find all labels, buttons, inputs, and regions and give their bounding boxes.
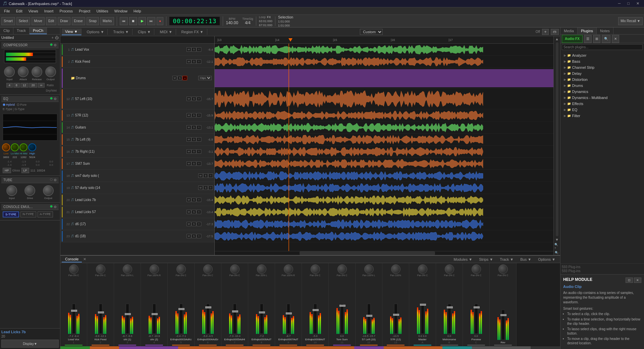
options-mix-tab[interactable]: Options ▼ <box>535 257 559 262</box>
tab-clip[interactable]: Clip <box>0 28 13 34</box>
pan-knob[interactable] <box>203 264 213 274</box>
pan-knob[interactable] <box>257 264 266 274</box>
mixer-strip[interactable]: Pan 100% L -13.5 -15.7 57 Left (10) 12 <box>356 263 382 346</box>
preset-power-btn[interactable]: ⏻ <box>55 36 59 40</box>
ratio-8[interactable]: 8 <box>13 83 20 88</box>
minimize-btn[interactable]: ─ <box>616 1 623 6</box>
fader-track[interactable] <box>153 304 156 334</box>
transport-stop[interactable]: ⏹ <box>129 17 137 25</box>
track-header[interactable]: 22 🎵 d6 (17) M S R -17.3 <box>60 218 214 230</box>
waveform-track[interactable] <box>215 218 553 230</box>
track-header[interactable]: 18 🎵 sm7 durty solo ( M S R <box>60 170 214 182</box>
solo-btn[interactable]: S <box>192 113 196 117</box>
tool-select[interactable]: Select <box>16 17 31 25</box>
scroll-down-btn[interactable]: ▼ <box>554 237 559 242</box>
waveform-track[interactable] <box>215 170 553 182</box>
transport-ff[interactable]: ⏭ <box>147 17 155 25</box>
fader-handle[interactable] <box>98 311 104 313</box>
fader-track[interactable] <box>287 304 290 334</box>
fader-track[interactable] <box>72 304 75 334</box>
track-header[interactable]: 📁 Drums M S ● Clips <box>60 68 214 89</box>
mix-recall-btn[interactable]: Mix Recall ▼ <box>618 17 643 25</box>
menu-window[interactable]: Window <box>112 8 130 14</box>
tab-track[interactable]: Track <box>13 28 30 34</box>
pan-knob[interactable] <box>445 264 454 274</box>
tube-options[interactable]: ⚙ <box>54 178 57 182</box>
options-tab[interactable]: Options ▼ <box>84 29 108 35</box>
record-btn[interactable]: R <box>197 97 201 101</box>
bus-tab[interactable]: Bus ▼ <box>517 257 535 262</box>
eq-lomid-knob[interactable] <box>11 143 19 151</box>
mute-btn[interactable]: M <box>172 76 177 80</box>
eq-lp-btn[interactable]: LP <box>21 168 29 173</box>
plugin-category-item[interactable]: ▶ 📁 Drums <box>562 83 643 89</box>
transport-record[interactable]: ● <box>157 17 163 25</box>
console-tab-label[interactable]: Console <box>62 256 82 262</box>
console-close-btn[interactable]: ✕ <box>83 257 86 261</box>
solo-btn[interactable]: S <box>192 59 196 64</box>
console-content[interactable]: Pan 0% C -7.2 -8.4 Lead Vox 1 Pan 0% C <box>60 263 560 346</box>
track-header[interactable]: 15 🎵 7b Left (9) M S R -6.8 <box>60 134 214 146</box>
record-btn[interactable]: R <box>197 161 201 166</box>
scrollbar-thumb[interactable] <box>300 251 435 255</box>
menu-utilities[interactable]: Utilities <box>94 8 111 14</box>
plugin-category-item[interactable]: ▶ 📁 EQ <box>562 107 643 113</box>
record-btn[interactable]: R <box>197 137 201 142</box>
ntype-btn[interactable]: N-TYPE <box>20 211 36 217</box>
record-btn[interactable]: R <box>208 173 213 178</box>
pan-knob[interactable] <box>96 264 105 274</box>
fader-handle[interactable] <box>500 314 506 316</box>
tab-proch[interactable]: ProCh <box>30 28 47 34</box>
plugin-category-item[interactable]: ▶ 📁 Distortion <box>562 77 643 83</box>
waveform-track[interactable] <box>215 44 553 56</box>
menu-file[interactable]: File <box>1 8 13 14</box>
pan-knob[interactable] <box>498 264 508 274</box>
plugin-category-item[interactable]: ▶ 📁 Bass <box>562 58 643 64</box>
display-btn[interactable]: Display ▼ <box>1 340 59 348</box>
midi-tab[interactable]: MIDI ▼ <box>156 29 176 35</box>
waveform-track[interactable] <box>215 121 553 134</box>
pan-knob[interactable] <box>176 264 186 274</box>
pan-knob[interactable] <box>337 264 347 274</box>
plugin-search-input[interactable] <box>562 44 643 50</box>
fader-track[interactable] <box>501 310 505 340</box>
track-header[interactable]: 14 🎵 Guitars M S R -13.1 <box>60 121 214 134</box>
pan-knob[interactable] <box>472 264 481 274</box>
record-armed-btn[interactable]: ● <box>182 76 187 80</box>
mixer-strip[interactable]: Pan 0% C 0.0 Tom Sum 11 <box>329 263 356 346</box>
strips-tab[interactable]: Strips ▼ <box>476 257 496 262</box>
waveform-track[interactable] <box>215 109 553 121</box>
mixer-strip[interactable]: Pan 100% R -8.7 -10.8 ohr (2) 4 <box>141 263 168 346</box>
clips-dropdown[interactable]: Clips <box>198 76 212 80</box>
tracks-tab[interactable]: Tracks ▼ <box>110 29 132 35</box>
fader-track[interactable] <box>126 304 129 334</box>
close-btn[interactable]: ✕ <box>634 1 641 6</box>
ratio-4[interactable]: 4 <box>6 83 13 88</box>
solo-btn[interactable]: S <box>203 186 208 190</box>
track-header[interactable]: 12 🎵 57 Left (10) M S R -15.7 <box>60 89 214 109</box>
eq-hp-btn[interactable]: HP <box>3 168 11 173</box>
fader-track[interactable] <box>314 304 317 334</box>
pan-knob[interactable] <box>364 264 374 274</box>
record-btn[interactable]: R <box>197 222 201 226</box>
solo-btn[interactable]: S <box>192 149 196 154</box>
tube-drive-knob[interactable] <box>24 185 35 196</box>
zoom-out-btn[interactable]: 🔍- <box>554 250 560 255</box>
ratio-12[interactable]: 12 <box>20 83 29 88</box>
custom-dropdown[interactable]: Custom <box>360 29 383 35</box>
mixer-strip[interactable]: Pan 0% C -3.9 -12.1 Kick Feed 2 <box>87 263 114 346</box>
mixer-strip[interactable]: Pan 100% L -8.7 -9.6 ohl (1) 3 <box>114 263 141 346</box>
track-header[interactable]: 19 🎵 57 durty solo (14 M S R <box>60 182 214 194</box>
plugin-category-item[interactable]: ▶ 📁 Analyzer <box>562 52 643 58</box>
pan-knob[interactable] <box>150 264 159 274</box>
menu-process[interactable]: Process <box>57 8 75 14</box>
track-header[interactable]: 17 🎵 SM7 Sum M S R -13.7 <box>60 158 214 170</box>
transport-play[interactable]: ▶ <box>139 17 146 25</box>
add-track-btn[interactable]: + <box>542 29 549 35</box>
plugin-category-item[interactable]: ▶ 📁 Dynamics <box>562 89 643 95</box>
mixer-strip[interactable]: Pan 0% C -7.2 -8.4 Lead Vox 1 <box>60 263 87 346</box>
tool-smart[interactable]: Smart <box>1 17 15 25</box>
ratio-inf[interactable]: ∞ <box>38 83 45 88</box>
list-view-btn[interactable]: ☰ <box>584 35 592 43</box>
record-btn[interactable]: R <box>197 47 201 52</box>
